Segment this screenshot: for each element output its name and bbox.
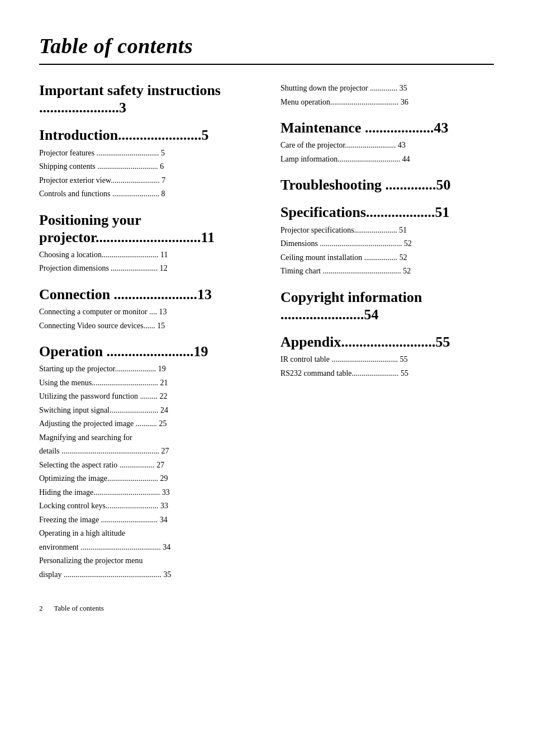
section-important-safety: Important safety instructions ..........… bbox=[39, 82, 253, 116]
top-rule bbox=[39, 64, 494, 65]
list-item: Controls and functions .................… bbox=[39, 187, 253, 201]
list-item: Magnifying and searching for bbox=[39, 431, 253, 445]
list-item: Projector exterior view.................… bbox=[39, 174, 253, 188]
list-item: Dimensions .............................… bbox=[280, 237, 494, 251]
list-item: IR control table .......................… bbox=[280, 353, 494, 367]
list-item: details ................................… bbox=[39, 445, 253, 459]
section-specifications: Specifications...................51 bbox=[280, 204, 494, 221]
toc-columns: Important safety instructions ..........… bbox=[39, 82, 494, 582]
left-column: Important safety instructions ..........… bbox=[39, 82, 253, 582]
footer-page-number: 2 bbox=[39, 604, 43, 613]
list-item: Choosing a location.....................… bbox=[39, 248, 253, 262]
right-column: Shutting down the projector ............… bbox=[280, 82, 494, 582]
section-troubleshooting: Troubleshooting ..............50 bbox=[280, 176, 494, 193]
section-connection: Connection .......................13 bbox=[39, 286, 253, 303]
list-item: display ................................… bbox=[39, 568, 253, 582]
list-item: Lamp information........................… bbox=[280, 153, 494, 167]
list-item: Adjusting the projected image ..........… bbox=[39, 417, 253, 431]
list-item: Operating in a high altitude bbox=[39, 527, 253, 541]
list-item: Connecting a computer or monitor .... 13 bbox=[39, 305, 253, 319]
section-operation: Operation ........................19 bbox=[39, 343, 253, 360]
list-item: Shipping contents ......................… bbox=[39, 160, 253, 174]
list-item: Optimizing the image....................… bbox=[39, 472, 253, 486]
list-item: Shutting down the projector ............… bbox=[280, 82, 494, 109]
list-item: Projector features .....................… bbox=[39, 147, 253, 160]
list-item: Hiding the image........................… bbox=[39, 486, 253, 500]
list-item: Projector specifications................… bbox=[280, 224, 494, 238]
list-item: Selecting the aspect ratio .............… bbox=[39, 459, 253, 472]
list-item: Freezing the image .....................… bbox=[39, 513, 253, 527]
list-item: RS232 command table.....................… bbox=[280, 367, 494, 381]
list-item: Personalizing the projector menu bbox=[39, 554, 253, 568]
list-item: Locking control keys....................… bbox=[39, 499, 253, 513]
page-title: Table of contents bbox=[39, 34, 494, 58]
list-item: Using the menus.........................… bbox=[39, 376, 253, 390]
section-positioning: Positioning your projector..............… bbox=[39, 211, 253, 246]
section-maintenance: Maintenance ...................43 bbox=[280, 119, 494, 136]
list-item: Connecting Video source devices...... 15 bbox=[39, 319, 253, 333]
section-introduction: Introduction.......................5 bbox=[39, 126, 253, 144]
list-item: Switching input signal..................… bbox=[39, 404, 253, 418]
list-item: Ceiling mount installation .............… bbox=[280, 251, 494, 265]
list-item: Care of the projector...................… bbox=[280, 139, 494, 153]
footer-label: Table of contents bbox=[54, 604, 104, 613]
page-footer: 2 Table of contents bbox=[39, 604, 494, 613]
section-appendix: Appendix..........................55 bbox=[280, 333, 494, 351]
list-item: Starting up the projector...............… bbox=[39, 362, 253, 376]
section-copyright: Copyright information ..................… bbox=[280, 289, 494, 323]
list-item: Projection dimensions ..................… bbox=[39, 262, 253, 276]
list-item: Timing chart ...........................… bbox=[280, 264, 494, 278]
list-item: environment ............................… bbox=[39, 541, 253, 555]
list-item: Utilizing the password function ........… bbox=[39, 390, 253, 404]
